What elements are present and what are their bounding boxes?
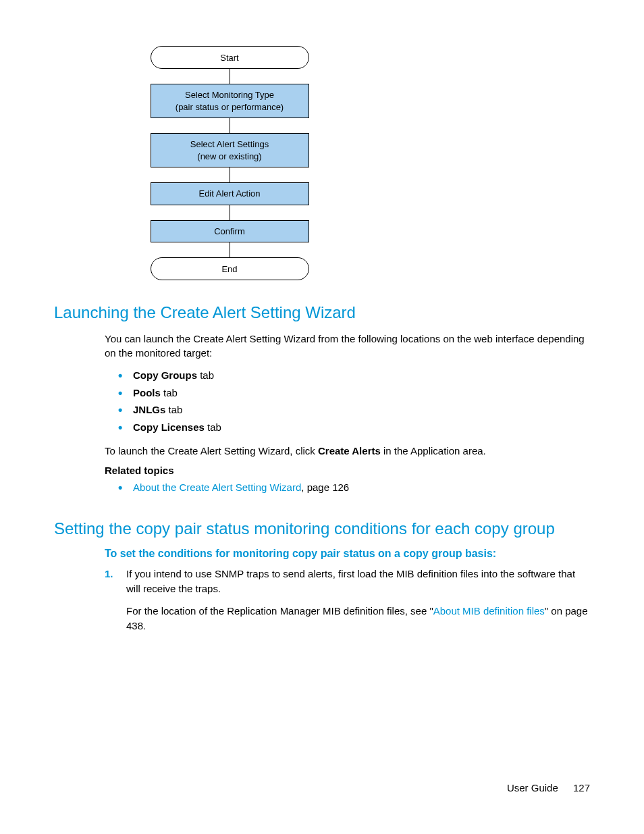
- list-item-bold: Copy Groups: [133, 369, 197, 381]
- related-topics-heading: Related topics: [105, 465, 590, 476]
- list-item: Copy Groups tab: [118, 367, 590, 384]
- flow-end: End: [151, 257, 309, 280]
- list-item-text: tab: [161, 387, 178, 398]
- flow-start: Start: [151, 46, 309, 69]
- launch-instruction: To launch the Create Alert Setting Wizar…: [105, 444, 590, 458]
- list-item-bold: Pools: [133, 387, 161, 398]
- procedure-list: 1. If you intend to use SNMP traps to se…: [105, 567, 590, 633]
- text: in the Application area.: [381, 445, 486, 457]
- flow-step-edit-action: Edit Alert Action: [151, 182, 309, 205]
- procedure-subhead: To set the conditions for monitoring cop…: [105, 548, 590, 560]
- footer-label: User Guide: [507, 782, 558, 793]
- intro-paragraph: You can launch the Create Alert Setting …: [105, 332, 590, 360]
- tabs-list: Copy Groups tab Pools tab JNLGs tab Copy…: [118, 367, 590, 436]
- flow-text: Select Monitoring Type: [185, 89, 274, 101]
- step-number: 1.: [105, 567, 113, 581]
- heading-launching-wizard: Launching the Create Alert Setting Wizar…: [54, 303, 590, 322]
- list-item-text: tab: [165, 404, 182, 415]
- flowchart-diagram: Start Select Monitoring Type (pair statu…: [142, 46, 317, 280]
- flow-step-monitoring-type: Select Monitoring Type (pair status or p…: [151, 84, 309, 118]
- heading-setting-conditions: Setting the copy pair status monitoring …: [54, 519, 590, 538]
- page-number: 127: [573, 782, 590, 793]
- page-footer: User Guide 127: [507, 782, 590, 793]
- flow-text: (pair status or performance): [176, 101, 284, 113]
- flow-text: Select Alert Settings: [190, 138, 269, 151]
- flow-text: (new or existing): [197, 151, 261, 163]
- list-item-bold: Copy Licenses: [133, 421, 205, 433]
- page-ref: , page 126: [301, 481, 349, 493]
- related-topics-list: About the Create Alert Setting Wizard, p…: [118, 479, 590, 496]
- text: For the location of the Replication Mana…: [126, 605, 433, 617]
- list-item-bold: JNLGs: [133, 404, 165, 415]
- list-item: Copy Licenses tab: [118, 419, 590, 436]
- flow-step-alert-settings: Select Alert Settings (new or existing): [151, 133, 309, 167]
- step-paragraph: For the location of the Replication Mana…: [126, 604, 590, 633]
- list-item-text: tab: [205, 421, 221, 433]
- procedure-step: 1. If you intend to use SNMP traps to se…: [105, 567, 590, 633]
- link-mib-definition[interactable]: About MIB definition files: [433, 605, 545, 617]
- step-paragraph: If you intend to use SNMP traps to send …: [126, 567, 590, 596]
- list-item: Pools tab: [118, 384, 590, 402]
- text: To launch the Create Alert Setting Wizar…: [105, 445, 318, 457]
- text-bold: Create Alerts: [318, 445, 381, 457]
- list-item: JNLGs tab: [118, 401, 590, 419]
- list-item-text: tab: [197, 369, 214, 381]
- list-item: About the Create Alert Setting Wizard, p…: [118, 479, 590, 496]
- flow-step-confirm: Confirm: [151, 220, 309, 243]
- link-about-wizard[interactable]: About the Create Alert Setting Wizard: [133, 481, 301, 493]
